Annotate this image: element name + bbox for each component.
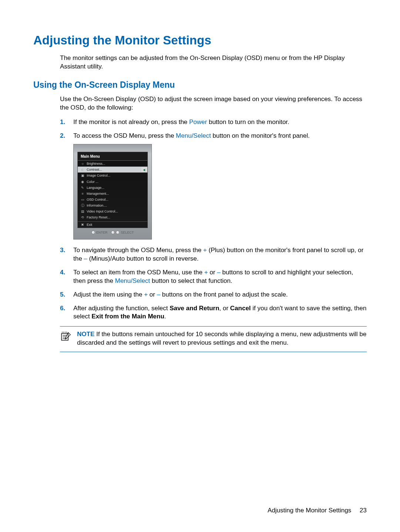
step-text-tail: (Minus)/Auto button to scroll in reverse… <box>87 255 199 262</box>
page-footer: Adjusting the Monitor Settings 23 <box>267 507 367 514</box>
brightness-icon: ☼ <box>81 162 84 165</box>
management-icon: ≡ <box>81 192 84 195</box>
step-number: 6. <box>60 304 65 313</box>
osd-item-label: Video Input Control... <box>87 209 118 214</box>
exit-main-menu-ref: Exit from the Main Menu <box>91 313 164 320</box>
osd-item-label: Management... <box>87 191 109 196</box>
step-text-mid: , or <box>219 305 230 312</box>
exit-icon: ✖ <box>81 223 84 227</box>
osd-menu-items: ☼Brightness... ◐Contrast...◄ ▣Image Cont… <box>78 161 147 228</box>
osd-item-label: Exit <box>87 222 92 227</box>
step-2: 2. To access the OSD Menu, press the Men… <box>60 132 367 240</box>
color-icon: ◉ <box>81 180 84 184</box>
osd-item-information: ⓘInformation.... <box>78 203 147 208</box>
save-return-ref: Save and Return <box>170 305 219 312</box>
osd-item-image-control: ▣Image Control... <box>78 173 147 178</box>
osd-enter-button: ENTER <box>91 230 108 235</box>
osd-item-management: ≡Management... <box>78 191 147 197</box>
osd-item-factory-reset: ⟲Factory Reset... <box>78 214 147 220</box>
step-text: To select an item from the OSD Menu, use… <box>73 269 204 276</box>
circle-icon <box>91 231 95 234</box>
osd-item-label: Contrast... <box>87 167 102 172</box>
circle-icon <box>116 231 120 234</box>
steps-list: 1. If the monitor is not already on, pre… <box>60 118 367 321</box>
osd-item-osd-control: ▭OSD Control... <box>78 197 147 203</box>
plus-ref: + <box>204 269 208 276</box>
step-1: 1. If the monitor is not already on, pre… <box>60 118 367 127</box>
step-number: 4. <box>60 268 65 277</box>
contrast-icon: ◐ <box>81 168 84 171</box>
osd-item-label: Color ... <box>87 180 99 184</box>
step-text: If the monitor is not already on, press … <box>73 118 189 126</box>
step-number: 1. <box>60 118 65 127</box>
osd-bottom-buttons: ENTER SELECT <box>74 228 151 235</box>
plus-ref: + <box>203 247 207 254</box>
osd-item-label: OSD Control... <box>87 197 109 202</box>
osd-item-video-input: ▤Video Input Control... <box>78 208 147 214</box>
footer-text: Adjusting the Monitor Settings <box>267 507 351 514</box>
factory-reset-icon: ⟲ <box>81 215 84 219</box>
osd-control-icon: ▭ <box>81 198 84 201</box>
step-text: To navigate through the OSD Menu, press … <box>73 247 203 254</box>
information-icon: ⓘ <box>81 204 84 207</box>
menu-select-ref: Menu/Select <box>115 277 150 284</box>
page-title: Adjusting the Monitor Settings <box>33 33 367 47</box>
minus-ref: – <box>157 291 160 298</box>
note-body: If the buttons remain untouched for 10 s… <box>77 331 367 346</box>
step-number: 3. <box>60 246 65 255</box>
osd-item-label: Language... <box>87 185 104 190</box>
video-input-icon: ▤ <box>81 210 84 213</box>
osd-screenshot: Main Menu ☼Brightness... ◐Contrast...◄ ▣… <box>73 144 367 240</box>
osd-item-brightness: ☼Brightness... <box>78 161 147 167</box>
osd-button-label: SELECT <box>121 230 134 235</box>
step-number: 2. <box>60 132 65 140</box>
step-text-mid: or <box>148 291 157 298</box>
menu-select-ref: Menu/Select <box>176 132 211 139</box>
note-text: NOTE If the buttons remain untouched for… <box>77 330 367 347</box>
osd-item-exit: ✖Exit <box>78 221 147 228</box>
osd-item-label: Factory Reset... <box>87 215 110 220</box>
step-text: Adjust the item using the <box>73 291 144 298</box>
osd-panel: Main Menu ☼Brightness... ◐Contrast...◄ ▣… <box>73 144 152 240</box>
osd-item-contrast: ◐Contrast...◄ <box>78 167 147 173</box>
step-text-tail: . <box>164 313 166 320</box>
page-number: 23 <box>360 507 367 514</box>
section-intro: Use the On-Screen Display (OSD) to adjus… <box>60 95 367 112</box>
step-text-tail: button to select that function. <box>150 277 232 284</box>
minus-ref: – <box>84 255 87 262</box>
minus-ref: – <box>217 269 220 276</box>
osd-item-color: ◉Color ... <box>78 179 147 185</box>
step-5: 5. Adjust the item using the + or – butt… <box>60 291 367 299</box>
step-text: After adjusting the function, select <box>73 305 170 312</box>
osd-menu-title: Main Menu <box>78 152 147 161</box>
step-text: To access the OSD Menu, press the <box>73 132 176 139</box>
step-text-mid: or <box>208 269 217 276</box>
step-3: 3. To navigate through the OSD Menu, pre… <box>60 246 367 263</box>
step-text-tail: button on the monitor's front panel. <box>211 132 310 139</box>
step-6: 6. After adjusting the function, select … <box>60 304 367 321</box>
osd-button-label: ENTER <box>96 230 108 235</box>
osd-item-language: ✎Language... <box>78 185 147 191</box>
osd-select-button: SELECT <box>111 230 134 235</box>
step-text-tail: button to turn on the monitor. <box>207 118 289 126</box>
cancel-ref: Cancel <box>230 305 251 312</box>
step-4: 4. To select an item from the OSD Menu, … <box>60 268 367 285</box>
power-button-ref: Power <box>189 118 207 126</box>
note-label: NOTE <box>77 331 94 338</box>
selection-arrow-icon: ◄ <box>141 167 147 172</box>
osd-item-label: Image Control... <box>87 173 110 178</box>
plus-ref: + <box>144 291 148 298</box>
step-text-tail: buttons on the front panel to adjust the… <box>160 291 288 298</box>
note-icon <box>60 330 72 347</box>
language-icon: ✎ <box>81 186 84 190</box>
section-heading-osd: Using the On-Screen Display Menu <box>33 80 367 90</box>
note-callout: NOTE If the buttons remain untouched for… <box>60 326 367 352</box>
osd-item-label: Brightness... <box>87 161 105 166</box>
circle-icon <box>111 231 115 234</box>
image-control-icon: ▣ <box>81 174 84 177</box>
intro-paragraph: The monitor settings can be adjusted fro… <box>60 54 367 71</box>
step-number: 5. <box>60 291 65 299</box>
osd-item-label: Information.... <box>87 203 107 208</box>
